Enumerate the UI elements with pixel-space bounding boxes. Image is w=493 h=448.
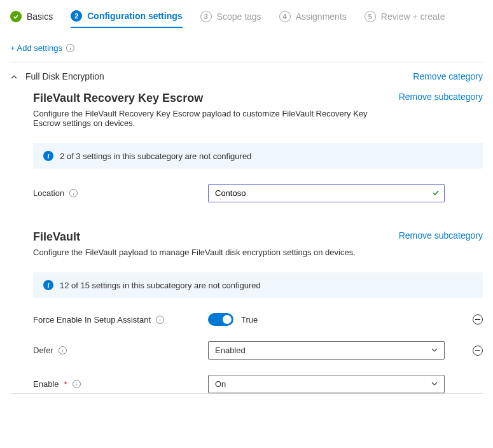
step-number-icon: 3 (200, 11, 212, 22)
setting-enable: Enable * i On (33, 375, 483, 393)
checkmark-icon (10, 11, 22, 22)
step-review-create[interactable]: 5 Review + create (365, 11, 445, 27)
step-basics[interactable]: Basics (10, 11, 53, 27)
info-banner: i 12 of 15 settings in this subcategory … (33, 272, 483, 298)
step-configuration-settings[interactable]: 2 Configuration settings (71, 10, 182, 28)
step-number-icon: 4 (279, 11, 291, 22)
divider (10, 393, 483, 394)
category-title: Full Disk Encryption (25, 71, 104, 81)
info-icon[interactable]: i (59, 346, 67, 354)
step-label: Configuration settings (87, 11, 182, 21)
step-number-icon: 5 (365, 11, 376, 22)
subcategory-description: Configure the FileVault payload to manag… (33, 248, 377, 257)
subcategory-title: FileVault Recovery Key Escrow (33, 92, 203, 105)
setting-label: Location (33, 188, 64, 198)
remove-subcategory-link[interactable]: Remove subcategory (399, 230, 483, 241)
step-label: Scope tags (217, 11, 261, 22)
enable-select[interactable]: On (208, 375, 445, 393)
remove-subcategory-link[interactable]: Remove subcategory (399, 92, 483, 102)
step-scope-tags[interactable]: 3 Scope tags (200, 11, 261, 27)
info-banner-text: 12 of 15 settings in this subcategory ar… (60, 281, 261, 290)
info-icon[interactable]: i (73, 380, 81, 388)
defer-select[interactable]: Enabled (208, 341, 445, 360)
step-label: Basics (27, 11, 53, 22)
subcategory-filevault-recovery: FileVault Recovery Key Escrow Remove sub… (10, 92, 483, 202)
force-enable-toggle[interactable] (208, 313, 233, 326)
info-icon[interactable]: i (66, 44, 74, 52)
setting-label: Enable (33, 379, 59, 389)
step-label: Review + create (381, 11, 445, 22)
subcategory-title: FileVault (33, 230, 80, 244)
toggle-state-label: True (241, 315, 258, 325)
info-banner-text: 2 of 3 settings in this subcategory are … (60, 151, 251, 161)
setting-force-enable: Force Enable In Setup Assistant i True (33, 313, 483, 326)
wizard-stepper: Basics 2 Configuration settings 3 Scope … (10, 10, 483, 32)
setting-label: Force Enable In Setup Assistant (33, 315, 151, 325)
subcategory-filevault: FileVault Remove subcategory Configure t… (10, 230, 483, 393)
remove-setting-icon[interactable] (473, 346, 483, 356)
add-settings-link[interactable]: + Add settings (10, 43, 62, 53)
setting-defer: Defer i Enabled (33, 341, 483, 360)
info-icon: i (43, 280, 53, 290)
info-icon: i (43, 151, 53, 161)
setting-location: Location i (33, 184, 483, 202)
required-asterisk: * (64, 379, 67, 389)
info-banner: i 2 of 3 settings in this subcategory ar… (33, 143, 483, 169)
chevron-up-icon[interactable] (10, 73, 18, 80)
subcategory-description: Configure the FileVault Recovery Key Esc… (33, 109, 377, 128)
remove-setting-icon[interactable] (473, 314, 483, 325)
add-settings-row: + Add settings i (10, 43, 483, 53)
checkmark-icon (432, 188, 440, 199)
step-number-icon: 2 (71, 10, 82, 22)
info-icon[interactable]: i (69, 189, 78, 197)
category-header: Full Disk Encryption Remove category (10, 62, 483, 87)
remove-category-link[interactable]: Remove category (413, 71, 483, 81)
step-assignments[interactable]: 4 Assignments (279, 11, 347, 27)
info-icon[interactable]: i (156, 316, 164, 324)
location-input[interactable] (208, 184, 445, 202)
step-label: Assignments (296, 11, 347, 22)
setting-label: Defer (33, 346, 53, 355)
